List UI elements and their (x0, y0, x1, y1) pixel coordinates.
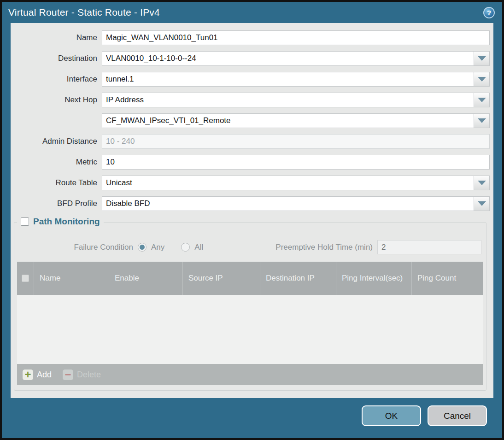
column-header-source-ip[interactable]: Source IP (182, 262, 260, 295)
form-row-next-hop-address (11, 113, 490, 128)
delete-button[interactable]: − Delete (63, 370, 101, 380)
path-monitoring-section: Path Monitoring Failure Condition Any Al… (14, 222, 486, 391)
form-row-route-table: Route Table (11, 176, 490, 190)
cancel-button[interactable]: Cancel (428, 405, 487, 426)
preemptive-hold-time-label: Preemptive Hold Time (min) (220, 243, 377, 252)
ok-button[interactable]: OK (362, 405, 421, 426)
failure-condition-label: Failure Condition (14, 243, 138, 252)
chevron-down-icon (478, 98, 486, 102)
interface-dropdown-button[interactable] (474, 72, 489, 86)
admin-distance-input[interactable] (102, 134, 490, 149)
form-row-admin-distance: Admin Distance (11, 134, 490, 149)
column-header-ping-count[interactable]: Ping Count (411, 262, 483, 295)
chevron-down-icon (478, 181, 486, 185)
form-row-name: Name (11, 30, 490, 45)
dialog-body: Name Destination Interface (11, 23, 493, 398)
metric-label: Metric (11, 158, 102, 167)
chevron-down-icon (478, 118, 486, 123)
radio-selected-dot (140, 245, 145, 250)
select-all-checkbox[interactable] (22, 275, 29, 282)
form-row-bfd-profile: BFD Profile (11, 196, 490, 211)
delete-minus-icon: − (63, 370, 73, 380)
column-header-destination-ip[interactable]: Destination IP (260, 262, 336, 295)
radio-group-all: All (181, 243, 203, 252)
help-icon[interactable]: ? (483, 7, 495, 18)
delete-button-label: Delete (77, 370, 101, 380)
bfd-profile-label: BFD Profile (11, 199, 102, 208)
preemptive-hold-time-input[interactable] (377, 240, 481, 254)
admin-distance-label: Admin Distance (11, 137, 102, 146)
name-input[interactable] (102, 30, 490, 45)
table-body-empty (17, 295, 483, 364)
table-header-row: Name Enable Source IP Destination IP Pin… (17, 262, 483, 295)
next-hop-type-input[interactable] (102, 93, 490, 107)
add-plus-icon: + (23, 370, 33, 380)
failure-condition-all-label: All (194, 243, 203, 252)
route-table-label: Route Table (11, 178, 102, 188)
failure-condition-all-radio[interactable] (181, 243, 190, 252)
path-monitoring-legend: Path Monitoring (17, 217, 104, 227)
destination-input[interactable] (102, 51, 490, 66)
form-row-interface: Interface (11, 72, 490, 87)
path-monitoring-title: Path Monitoring (33, 217, 100, 227)
destination-dropdown-button[interactable] (474, 52, 489, 65)
chevron-down-icon (478, 56, 486, 61)
table-toolbar: + Add − Delete (17, 364, 483, 385)
next-hop-address-dropdown-button[interactable] (474, 114, 489, 128)
select-all-header-cell (17, 262, 34, 295)
add-button[interactable]: + Add (23, 370, 52, 380)
interface-label: Interface (11, 75, 102, 84)
column-header-ping-interval[interactable]: Ping Interval(sec) (336, 262, 411, 295)
chevron-down-icon (478, 201, 486, 206)
next-hop-type-dropdown-button[interactable] (474, 93, 489, 107)
column-header-enable[interactable]: Enable (109, 262, 182, 295)
radio-group-any: Any (138, 243, 164, 252)
dialog-titlebar: Virtual Router - Static Route - IPv4 ? (2, 2, 502, 23)
destination-label: Destination (11, 54, 102, 63)
bfd-profile-input[interactable] (102, 196, 490, 211)
path-monitoring-table: Name Enable Source IP Destination IP Pin… (17, 262, 483, 385)
route-table-input[interactable] (102, 176, 490, 190)
static-route-dialog: Virtual Router - Static Route - IPv4 ? N… (0, 0, 504, 440)
failure-condition-any-radio[interactable] (138, 243, 147, 252)
route-table-dropdown-button[interactable] (474, 176, 489, 190)
interface-input[interactable] (102, 72, 490, 87)
path-monitoring-checkbox[interactable] (21, 217, 29, 226)
bfd-profile-dropdown-button[interactable] (474, 197, 489, 211)
next-hop-address-input[interactable] (102, 113, 490, 128)
name-label: Name (11, 33, 102, 42)
dialog-title: Virtual Router - Static Route - IPv4 (8, 7, 483, 18)
form-row-destination: Destination (11, 51, 490, 66)
failure-condition-any-label: Any (151, 243, 164, 252)
dialog-footer: OK Cancel (2, 398, 502, 438)
chevron-down-icon (478, 77, 486, 82)
form-row-next-hop: Next Hop (11, 93, 490, 107)
next-hop-label: Next Hop (11, 95, 102, 105)
column-header-name[interactable]: Name (34, 262, 109, 295)
add-button-label: Add (37, 370, 52, 380)
form-row-metric: Metric (11, 155, 490, 170)
failure-condition-row: Failure Condition Any All Preemptive Hol… (14, 240, 486, 254)
metric-input[interactable] (102, 155, 490, 170)
